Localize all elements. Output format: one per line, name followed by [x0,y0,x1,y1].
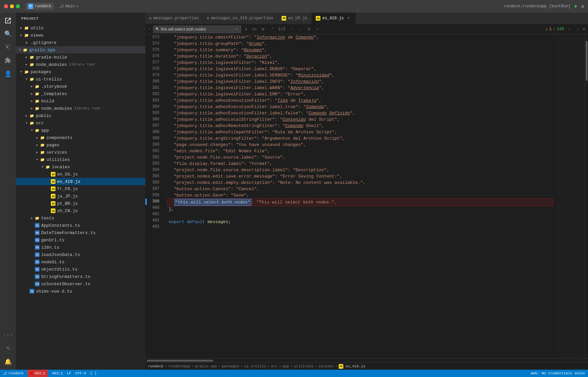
sidebar-item-objectutils[interactable]: TS objectUtils.ts [16,266,145,273]
maximize-button[interactable] [16,4,20,8]
status-language[interactable]: { } [90,371,97,375]
horizontal-scrollbar[interactable] [145,358,588,362]
breadcrumb-item[interactable]: utilities [294,364,313,368]
status-branch[interactable]: ⎇ rundeck [3,371,24,376]
code-line: "jobquery.title.adhocExecutionFilter": "… [169,97,553,104]
tab-en-us-js[interactable]: JS en_US.js [278,13,312,24]
case-sensitive-button[interactable]: Cc [251,26,258,33]
breadcrumb-item[interactable]: rundeckapp [168,364,190,368]
sidebar-item-public[interactable]: ▶ 📁 public [16,112,145,119]
project-selector[interactable]: R rundeck [25,3,54,10]
sidebar-item-es-419[interactable]: JS es_419.js [16,178,145,185]
sidebar-item-node-modules[interactable]: ▶ 📁 node_modules library root [16,105,145,112]
sidebar-item-node-modules-root[interactable]: ▶ 📁 node_modules library root [16,61,145,68]
sidebar-item-gradle[interactable]: ▶ 📁 gradle-build [16,54,145,61]
check-count: 340 [557,27,564,32]
sidebar-item-templates[interactable]: ▶ 📁 _templates [16,90,145,97]
status-aws[interactable]: AWS: No credentials selec [531,371,585,375]
search-close-icon[interactable]: × [235,27,239,31]
breadcrumb-item[interactable]: src [271,364,278,368]
status-indent[interactable]: LF [67,371,71,375]
sidebar-item-uisocketobserver[interactable]: TS uiSocketObserver.ts [16,280,145,288]
breadcrumb-item[interactable]: rundeck [148,364,163,368]
sidebar-item-utils[interactable]: ▶ 📁 utils [16,24,145,32]
remote-icon[interactable]: ⌥ [3,343,13,354]
search-icon[interactable]: 🔍 [3,29,13,39]
sidebar-item-utilities[interactable]: ▼ 📁 utilities [16,156,145,163]
breadcrumb-item[interactable]: app [283,364,289,368]
up-button[interactable]: ↑ [565,26,573,33]
minimize-button[interactable] [10,4,14,8]
code-line: "jobquery.title.argStringFilter": "Argum… [169,135,553,142]
regex-button[interactable]: .* [268,26,276,33]
code-content[interactable]: "jobquery.title.cmdinfFilter": "Informac… [163,34,558,358]
sidebar-item-datetimeformatters[interactable]: TS DateTimeFormatters.ts [16,229,145,236]
sidebar-item-ui-trellis[interactable]: ▼ 📁 ui-trellis [16,75,145,83]
sidebar-item-views[interactable]: ▶ 📁 views [16,32,145,39]
sidebar-item-pages[interactable]: ▶ 📁 pages [16,141,145,149]
down-button[interactable]: ↓ [574,26,581,33]
sidebar-tree[interactable]: ▶ 📁 utils ▶ 📁 views ⊙ .gitignore ▼ 📁 gra… [16,24,145,370]
sidebar-item-en-us[interactable]: JS en_US.js [16,171,145,178]
sidebar-item-grails-spa[interactable]: ▼ 📁 grails-spa [16,46,145,54]
sidebar-item-app[interactable]: ▼ 📁 app [16,127,145,134]
bell-icon[interactable]: 🔔 [3,356,13,367]
sidebar-item-pt-br[interactable]: JS pt_BR.js [16,200,145,207]
sidebar-item-nodeui[interactable]: TS nodeUi.ts [16,258,145,266]
close-button[interactable] [4,4,8,8]
sidebar-item-stringformatters[interactable]: TS StringFormatters.ts [16,273,145,280]
tab-messages-es-properties[interactable]: ⚙ messages_es_419.properties [203,13,278,24]
breadcrumb-item[interactable]: packages [222,364,239,368]
user-icon[interactable]: 👤 [3,68,13,79]
sidebar-item-packages[interactable]: ▼ 📁 packages [16,68,145,75]
breadcrumb-filename[interactable]: es_419.js [346,364,365,368]
sidebar-item-src[interactable]: ▼ 📁 src [16,119,145,127]
sidebar-item-i18n[interactable]: TS i18n.ts [16,244,145,251]
search-input[interactable] [161,27,234,32]
sidebar-item-storybook[interactable]: ▶ 📁 .storybook [16,83,145,90]
extensions-icon[interactable] [3,55,13,66]
refresh-button[interactable]: ↺ [242,26,250,33]
tab-es-419-js[interactable]: JS es_419.js × [312,13,356,24]
sidebar-item-services[interactable]: ▶ 📁 services [16,149,145,156]
tree-item-label: public [36,113,51,118]
status-errors[interactable]: 403:1 [28,370,48,377]
sidebar-item-shims-vue[interactable]: TS shims-vue.d.ts [16,288,145,295]
status-encoding[interactable]: UTF-8 [75,371,86,375]
scrollbar[interactable] [585,34,588,358]
breadcrumb-item[interactable]: ui-trellis [244,364,266,368]
search-bar[interactable]: 🔍 × [153,26,241,33]
sidebar-item-gitignore[interactable]: ⊙ .gitignore [16,39,145,46]
breadcrumb-item[interactable]: grails-spa [195,364,217,368]
sidebar-item-components[interactable]: ▶ 📁 components [16,134,145,141]
close-find-button[interactable]: × [583,27,585,32]
filter-button[interactable]: ⊟ [305,26,312,33]
tab-messages-properties[interactable]: ⚙ messages.properties [145,13,203,24]
next-match-button[interactable]: ↓ [296,26,304,33]
status-position[interactable]: 403:1 [52,371,63,375]
more-icon[interactable]: ··· [3,330,13,340]
sidebar-item-genurl[interactable]: TS genUrl.ts [16,236,145,244]
more-options-button[interactable]: ⋯ [314,26,321,33]
sidebar-item-build[interactable]: ▶ 📁 build [16,97,145,105]
chevron-down-icon: ▾ [76,4,78,9]
sidebar-item-zh-cn[interactable]: JS zh_CN.js [16,207,145,214]
source-control-icon[interactable] [3,42,13,53]
sidebar-item-locales[interactable]: ▼ 📁 locales [16,163,145,171]
tab-close-button[interactable]: × [346,16,351,21]
sidebar-item-appconstants[interactable]: TS AppConstants.ts [16,222,145,229]
breadcrumb-separator: › [315,364,317,368]
sidebar-item-fr-fr[interactable]: JS fr_FR.js [16,185,145,192]
prev-match-button[interactable]: ↑ [288,26,295,33]
settings-icon[interactable]: ⚙ [581,4,584,9]
whole-word-button[interactable]: W [260,26,267,33]
explorer-icon[interactable] [3,15,13,26]
error-dot [30,372,33,375]
breadcrumb-item[interactable]: locales [318,364,334,368]
sidebar-item-ja-jp[interactable]: JS ja_JP.js [16,192,145,200]
tree-item-label: utils [31,26,43,31]
sidebar-item-tests[interactable]: ▶ 📁 tests [16,214,145,222]
git-branch[interactable]: ⎇ main ▾ [59,4,78,9]
run-button[interactable] [575,5,577,8]
sidebar-item-loadjsondata[interactable]: TS loadJsonData.ts [16,251,145,258]
